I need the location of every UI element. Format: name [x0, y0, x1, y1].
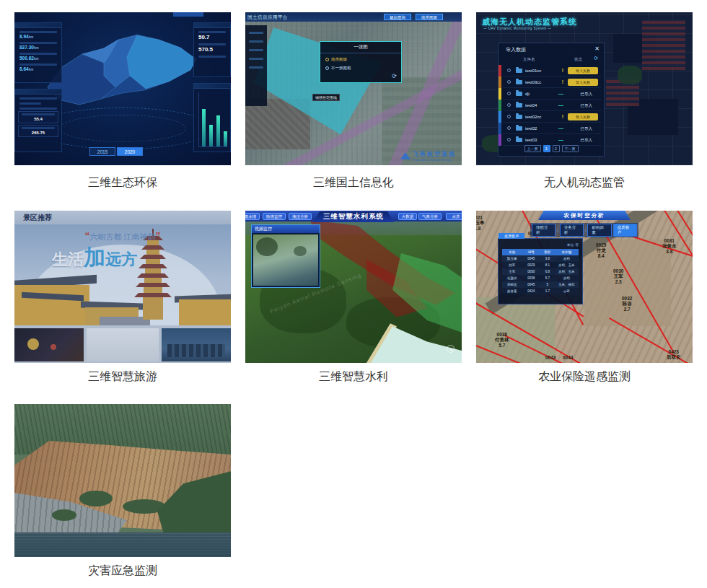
stat-value: 8.94 [19, 34, 29, 39]
year-toggle: 2015 2020 [89, 147, 143, 156]
table-header-row: 名称编号面积农作物 [502, 249, 579, 255]
query-button: 规划查询 [384, 14, 411, 20]
system-title: 三维智慧水利系统 [313, 211, 394, 222]
close-icon: ✕ [594, 45, 600, 52]
caption-water: 三维智慧水利 [245, 369, 462, 385]
tint-overlay [14, 404, 231, 557]
folder-icon [516, 103, 522, 107]
radio-icon [325, 66, 329, 70]
table-row: 郑献忠00455玉米、棉花 [502, 281, 579, 288]
stat-value: 570.5 [198, 46, 230, 53]
one-map-panel: 一张图 地类图斑 不一致图斑 ⟳ [320, 41, 402, 83]
card-agri-insurance[interactable]: 0021王玉亭1.8 0024 0029付龙8.4 0030王军2.3 0031… [476, 211, 693, 363]
top-tab [173, 12, 203, 17]
year-2015-button: 2015 [89, 147, 115, 156]
stat-value: 265.75 [19, 131, 58, 136]
layer-option-selected: 地类图斑 [325, 57, 401, 62]
file-name: test02 [525, 126, 537, 131]
stat-value: 55.4 [19, 117, 58, 123]
watermark: 飞燕航空遥感Feiyan Aerial Remote Sensing [400, 150, 456, 162]
stats-panel-left-top: 8.94km 837.30km 500.62km 8.64km [14, 22, 62, 83]
card-land-info[interactable]: 国土信息应用平台 规划查询 地类图斑 一张图 地类图斑 不一致图斑 ⟳ 城镇住宅… [245, 12, 462, 165]
folder-icon [516, 80, 522, 84]
radio-icon [325, 58, 329, 61]
refresh-icon: ⟳ [392, 73, 397, 79]
imported-status: 已导入 [581, 92, 593, 97]
caption-agri: 农业保险遥感监测 [476, 369, 693, 385]
dash-icon: — [558, 126, 563, 131]
parcel-label: 0423后双玄 [667, 349, 681, 360]
eco-bar-1 [209, 125, 213, 146]
imported-status: 已导入 [581, 138, 593, 143]
import-data-panel: 导入数据 ✕ 文件名 状态 ⟳ test01cc ! 导入失败 test03cc… [498, 43, 605, 157]
card-smart-water[interactable]: Feiyan Aerial Remote Sensing 雨水情 险情监控 淹没… [245, 211, 462, 363]
stat-value: 50.7 [198, 34, 230, 40]
tab-weather-analysis: 气象分析 [418, 213, 442, 220]
analysis-title: 农保时空分析 [538, 211, 631, 220]
table-row: 王军00306.8水稻、玉米 [502, 268, 579, 275]
layer-button: 地类图斑 [416, 14, 443, 20]
video-panel-title: 视频监控 [252, 225, 320, 233]
tab-business: 业务分析 [560, 224, 584, 237]
panel-title: 一张图 [320, 42, 401, 53]
file-name: dji [525, 92, 530, 96]
file-name: test04 [525, 103, 537, 107]
caption-eco: 三维生态环保 [14, 175, 231, 190]
gallery-page: 8.94km 837.30km 500.62km 8.64km 55.4 265… [0, 0, 707, 588]
bar-chart-panel [193, 83, 231, 152]
stat-value: 837.30 [19, 45, 34, 50]
warning-icon: ! [562, 68, 563, 73]
tab-big-data: 大数据 [398, 213, 417, 220]
card-disaster-monitoring[interactable] [14, 404, 231, 557]
dash-icon: — [558, 137, 563, 142]
page-1-button: 1 [543, 145, 550, 152]
top-bar: 国土信息应用平台 规划查询 地类图斑 [245, 12, 462, 22]
company-logo-icon [400, 152, 410, 159]
card-smart-tourism[interactable]: 景区推荐 “六朝古都 江南神韵” 生活加远方 [14, 211, 231, 363]
file-row: test03cc ! 导入失败 [503, 76, 601, 88]
tab-danger-monitor: 险情监控 [263, 213, 286, 220]
folder-icon [516, 138, 522, 142]
folder-icon [516, 69, 522, 73]
tab-flood-analysis: 淹没分析 [289, 213, 312, 220]
orbit-ring-inner [59, 115, 186, 142]
file-row: test04 — 已导入 [503, 100, 601, 111]
stats-panel-right-top: 50.7 570.5 [193, 22, 231, 77]
checkbox-icon [507, 138, 511, 141]
checkbox-icon [507, 115, 511, 118]
park-area [618, 66, 642, 84]
file-row: test02cc ! 导入失败 [503, 111, 601, 123]
parcel-label: 0044 [563, 355, 573, 360]
parcel-label: 0029付龙8.4 [596, 242, 606, 258]
warning-icon: ! [562, 114, 563, 119]
panel-tab: 优质客户 [499, 233, 524, 239]
caption-disaster: 灾害应急监测 [14, 563, 231, 579]
checkbox-icon [507, 126, 511, 130]
tab-claims: 理赔分析 [532, 224, 556, 237]
parcel-label: 0021王玉亭1.8 [476, 215, 485, 231]
system-title: 威海无人机动态监管系统 [482, 17, 577, 27]
file-row: dji — 已导入 [503, 88, 601, 100]
next-page-button: 下一页 [562, 145, 579, 152]
import-failed-badge: 导入失败 [568, 113, 598, 120]
dash-icon: — [558, 91, 563, 96]
folder-icon [516, 92, 522, 96]
tint-overlay [14, 211, 231, 363]
tab-rain: 雨水情 [245, 213, 260, 220]
card-uav-monitoring[interactable]: 威海无人机动态监管系统 — UAV Dynamic Monitoring Sys… [476, 12, 693, 165]
pagination: 上一页 1 2 下一页 [499, 145, 604, 152]
layer-option: 不一致图斑 [325, 66, 401, 71]
video-monitor-panel: 视频监控 [251, 224, 320, 288]
parcel-label: 0043 [545, 355, 556, 360]
panel-title: 导入数据 [506, 46, 526, 53]
parcel-tooltip: 城镇住宅用地 [312, 94, 340, 101]
file-name: test03cc [525, 80, 541, 84]
row-color-strip [499, 65, 501, 146]
parcel-label: 0031张俊永3.8 [662, 238, 677, 254]
card-eco-dashboard[interactable]: 8.94km 837.30km 500.62km 8.64km 55.4 265… [14, 12, 231, 165]
tint-overlay [245, 12, 462, 165]
tab-quality-customers: 优质客户 [613, 224, 637, 237]
page-2-button: 2 [553, 145, 560, 152]
import-failed-badge: 导入失败 [568, 79, 598, 86]
quality-customers-panel: 优质客户 单位: 亩 名称编号面积农作物 陈玉峰00453.8水稻 刘军0029… [498, 238, 583, 304]
